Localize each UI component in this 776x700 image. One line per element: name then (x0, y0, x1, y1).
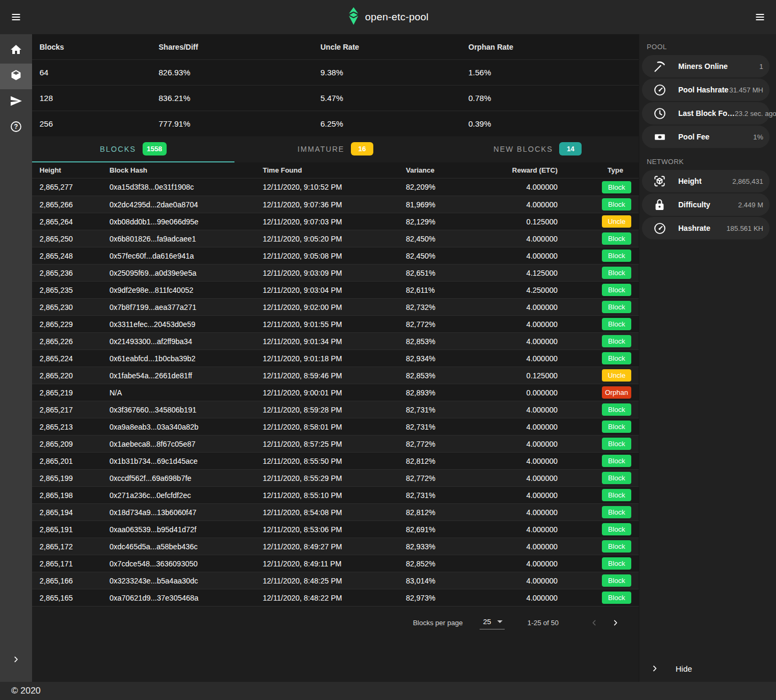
sidebar-stat-pool-hashrate: Pool Hashrate31.457 MH (642, 79, 770, 101)
cell-type: Block (558, 403, 639, 416)
cell-type: Block (558, 421, 639, 433)
stats-cell: 0.78% (461, 94, 639, 103)
cell-type: Block (558, 557, 639, 570)
cell-reward: 4.000000 (502, 423, 558, 431)
home-icon (10, 43, 22, 58)
stat-label: Last Block Fo… (678, 109, 735, 118)
cell-hash: 0x3f367660...345806b191 (101, 406, 256, 414)
hide-sidebar-button[interactable]: Hide (639, 655, 776, 682)
sidebar-stat-hashrate: Hashrate185.561 KH (642, 217, 770, 239)
nav-payments[interactable] (0, 89, 32, 115)
cell-reward: 4.000000 (502, 252, 558, 260)
page-footer: © 2020 (0, 682, 776, 700)
network-section-items: Height2,865,431Difficulty2.449 MHashrate… (639, 170, 776, 240)
type-badge: Block (602, 267, 631, 279)
stats-row: 128836.21%5.47%0.78% (32, 85, 639, 111)
menu-icon[interactable] (0, 0, 32, 34)
table-row: 2,865,2290x3311efec...20453d0e5912/11/20… (32, 315, 639, 332)
cell-reward: 4.000000 (502, 200, 558, 209)
nav-help[interactable]: ? (0, 115, 32, 141)
tab-count-badge: 16 (351, 142, 373, 155)
stats-cell: 0.39% (461, 119, 639, 128)
cube-scan-icon (653, 174, 667, 188)
cell-time: 12/11/2020, 9:05:08 PM (256, 252, 403, 260)
rail-collapse-button[interactable] (0, 648, 32, 673)
previous-page-button[interactable] (583, 612, 605, 633)
cell-height: 2,865,201 (32, 457, 101, 465)
blocks-column-header: Reward (ETC) (502, 166, 558, 174)
right-menu-icon[interactable] (744, 0, 776, 34)
cell-hash: 0x21493300...af2ff9ba34 (101, 337, 256, 346)
help-icon: ? (10, 120, 22, 135)
cell-height: 2,865,230 (32, 303, 101, 312)
table-row: 2,865,2640xb08dd0b1...99e066d95e12/11/20… (32, 213, 639, 230)
cell-variance: 82,731% (403, 423, 502, 431)
tab-label: BLOCKS (100, 145, 136, 153)
brand: open-etc-pool (348, 7, 429, 27)
pagination-bar: Blocks per page 25 1-25 of 50 (32, 606, 639, 639)
stats-cell: 256 (32, 119, 151, 128)
type-badge: Block (602, 335, 631, 347)
cell-hash: 0xccdf562f...69a698b7fe (101, 474, 256, 483)
gauge-icon (653, 221, 667, 235)
stats-cell: 1.56% (461, 68, 639, 77)
cell-type: Block (558, 523, 639, 535)
cell-type: Block (558, 198, 639, 211)
blocks-per-page-select[interactable]: 25 (480, 616, 505, 629)
luck-stats-table: BlocksShares/DiffUncle RateOrphan Rate 6… (32, 34, 639, 136)
cell-time: 12/11/2020, 9:01:55 PM (256, 320, 403, 329)
table-row: 2,865,1980x271a236c...0efcfdf2ec12/11/20… (32, 486, 639, 503)
cell-reward: 4.250000 (502, 286, 558, 294)
cell-height: 2,865,224 (32, 354, 101, 363)
cell-type: Block (558, 489, 639, 501)
clock-icon (653, 106, 667, 120)
next-page-button[interactable] (605, 612, 626, 633)
cell-hash: 0xb08dd0b1...99e066d95e (101, 217, 256, 226)
cell-height: 2,865,250 (32, 235, 101, 243)
nav-blocks[interactable] (0, 64, 32, 89)
cell-variance: 82,731% (403, 491, 502, 500)
svg-text:?: ? (14, 123, 18, 130)
tab-new-blocks[interactable]: NEW BLOCKS14 (436, 136, 639, 162)
cell-time: 12/11/2020, 9:00:01 PM (256, 388, 403, 397)
stats-cell: 5.47% (313, 94, 461, 103)
cell-type: Block (558, 250, 639, 262)
cell-reward: 4.000000 (502, 508, 558, 517)
tab-immature[interactable]: IMMATURE16 (234, 136, 437, 162)
type-badge: Block (602, 592, 631, 604)
cell-reward: 4.000000 (502, 320, 558, 329)
cell-hash: 0x2dc4295d...2dae0a8704 (101, 200, 256, 209)
table-row: 2,865,2090x1aebeca8...8f67c05e8712/11/20… (32, 435, 639, 452)
cell-time: 12/11/2020, 8:57:25 PM (256, 440, 403, 448)
cell-type: Block (558, 232, 639, 245)
table-row: 2,865,1660x3233243e...b5a4aa30dc12/11/20… (32, 572, 639, 589)
cell-reward: 4.000000 (502, 354, 558, 363)
cell-reward: 4.000000 (502, 440, 558, 448)
cell-variance: 82,450% (403, 235, 502, 243)
cell-reward: 4.000000 (502, 594, 558, 602)
type-badge: Block (602, 455, 631, 467)
cell-variance: 81,969% (403, 200, 502, 209)
table-row: 2,865,2660x2dc4295d...2dae0a870412/11/20… (32, 196, 639, 213)
type-badge: Block (602, 438, 631, 450)
stat-value: 31.457 MH (729, 86, 763, 94)
cell-hash: 0x9df2e98e...811fc40052 (101, 286, 256, 294)
cell-time: 12/11/2020, 8:48:22 PM (256, 594, 403, 602)
app-title: open-etc-pool (365, 11, 429, 23)
table-row: 2,865,2010x1b31b734...69c1d45ace12/11/20… (32, 452, 639, 469)
type-badge: Block (602, 472, 631, 484)
stats-row: 256777.91%6.25%0.39% (32, 111, 639, 136)
cell-time: 12/11/2020, 8:53:06 PM (256, 525, 403, 534)
cell-variance: 82,934% (403, 354, 502, 363)
cell-time: 12/11/2020, 8:54:08 PM (256, 508, 403, 517)
cell-height: 2,865,229 (32, 320, 101, 329)
main-content: BlocksShares/DiffUncle RateOrphan Rate 6… (32, 34, 639, 682)
cube-icon (10, 69, 22, 84)
stats-column-header: Shares/Diff (151, 43, 313, 51)
nav-home[interactable] (0, 38, 32, 64)
stat-label: Pool Fee (678, 133, 709, 141)
tab-blocks[interactable]: BLOCKS1558 (32, 136, 234, 162)
blocks-tabs: BLOCKS1558IMMATURE16NEW BLOCKS14 (32, 136, 639, 162)
cell-variance: 82,853% (403, 337, 502, 346)
stats-cell: 826.93% (151, 68, 313, 77)
